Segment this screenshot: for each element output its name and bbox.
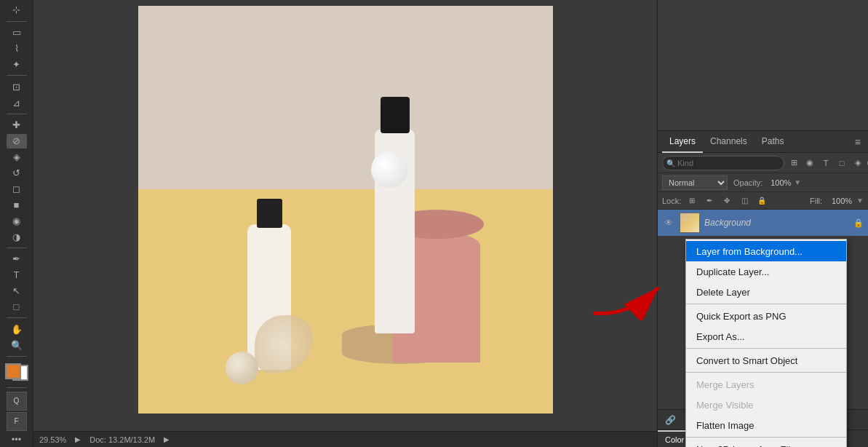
tool-separator-6 <box>7 356 27 357</box>
status-bar: 29.53% ▶ Doc: 13.2M/13.2M ▶ <box>33 431 657 447</box>
foreground-color-swatch[interactable] <box>5 363 21 379</box>
kind-filter-shape-icon[interactable]: □ <box>835 157 848 170</box>
ctx-duplicate-layer[interactable]: Duplicate Layer... <box>686 261 846 282</box>
tool-more[interactable]: ••• <box>7 432 27 447</box>
layer-name[interactable]: Background <box>704 218 849 228</box>
search-icon: 🔍 <box>666 159 675 167</box>
tool-separator-7 <box>7 387 27 388</box>
tab-channels[interactable]: Channels <box>703 131 754 153</box>
kind-filter-pixel-icon[interactable]: ⊞ <box>787 157 800 170</box>
glass-sphere <box>371 151 407 188</box>
tool-separator-4 <box>7 248 27 248</box>
ctx-separator-4 <box>686 437 846 438</box>
tool-shape[interactable]: □ <box>7 299 27 314</box>
ctx-separator-3 <box>686 372 846 373</box>
color-swatches[interactable] <box>5 363 28 381</box>
tool-gradient[interactable]: ■ <box>7 197 27 212</box>
tool-quick-mask[interactable]: Q <box>7 392 27 411</box>
tab-paths[interactable]: Paths <box>754 131 792 153</box>
canvas-container <box>33 0 657 431</box>
layers-lock-row: Lock: ⊞ ✒ ✥ ◫ 🔒 Fill: 100% ▼ <box>658 192 868 210</box>
ctx-layer-from-background[interactable]: Layer from Background... <box>686 241 846 261</box>
small-tools: Q F <box>7 392 27 431</box>
ctx-separator-1 <box>686 304 846 304</box>
tool-healing[interactable]: ✚ <box>7 118 27 132</box>
canvas-image <box>138 6 553 414</box>
tool-dodge[interactable]: ◑ <box>7 229 27 244</box>
blend-mode-select[interactable]: Normal <box>662 175 728 190</box>
tool-eyedropper[interactable]: ⊿ <box>7 95 27 110</box>
tool-lasso[interactable]: ⌇ <box>7 41 27 56</box>
status-arrow-icon: ▶ <box>75 435 81 443</box>
kind-filter-adjustment-icon[interactable]: ◉ <box>803 157 816 170</box>
ctx-quick-export-png[interactable]: Quick Export as PNG <box>686 306 846 326</box>
zoom-level: 29.53% <box>39 435 66 444</box>
context-menu: Layer from Background... Duplicate Layer… <box>685 239 847 447</box>
kind-search-input[interactable] <box>662 156 784 170</box>
ctx-separator-2 <box>686 348 846 349</box>
lock-artboard-icon[interactable]: ◫ <box>738 194 751 207</box>
opacity-value[interactable]: 100% <box>765 178 791 187</box>
tool-select-rect[interactable]: ▭ <box>7 25 27 40</box>
tool-screen-mode[interactable]: F <box>7 412 27 431</box>
tool-hand[interactable]: ✋ <box>7 322 27 336</box>
panel-top-area <box>658 0 868 131</box>
ctx-flatten-image[interactable]: Flatten Image <box>686 415 846 435</box>
fill-arrow-icon: ▼ <box>856 197 864 205</box>
tool-separator-2 <box>7 75 27 76</box>
tool-zoom[interactable]: 🔍 <box>7 338 27 352</box>
lock-position-icon[interactable]: ✥ <box>720 194 733 207</box>
tool-separator-5 <box>7 317 27 318</box>
layer-thumb-image <box>680 213 699 232</box>
status-arrow2-icon: ▶ <box>164 435 170 443</box>
lock-label: Lock: <box>662 197 681 205</box>
tool-text[interactable]: T <box>7 268 27 282</box>
layer-thumbnail <box>680 213 700 233</box>
tool-eraser[interactable]: ◻ <box>7 181 27 196</box>
kind-filter-type-icon[interactable]: T <box>819 157 832 170</box>
lock-image-icon[interactable]: ✒ <box>703 194 716 207</box>
ctx-merge-layers: Merge Layers <box>686 374 846 395</box>
doc-size: Doc: 13.2M/13.2M <box>89 435 155 444</box>
bg-table <box>138 189 553 414</box>
tool-separator-1 <box>7 21 27 22</box>
tool-blur[interactable]: ◉ <box>7 213 27 228</box>
lock-all-icon[interactable]: 🔒 <box>755 194 768 207</box>
tool-history-brush[interactable]: ↺ <box>7 165 27 180</box>
fill-label: Fill: <box>810 197 822 205</box>
layers-tabs: Layers Channels Paths ≡ <box>658 131 868 153</box>
ctx-export-as[interactable]: Export As... <box>686 326 846 347</box>
ctx-delete-layer[interactable]: Delete Layer <box>686 282 846 302</box>
layer-link-icon[interactable]: 🔗 <box>662 412 678 428</box>
small-spray-bottle-cap <box>257 199 282 228</box>
layer-visibility-icon[interactable]: 👁 <box>662 216 675 229</box>
ctx-merge-visible: Merge Visible <box>686 395 846 415</box>
kind-filter-icons: ⊞ ◉ T □ ◈ <box>787 157 868 170</box>
kind-filter-smartobj-icon[interactable]: ◈ <box>851 157 864 170</box>
lock-transparent-icon[interactable]: ⊞ <box>685 194 698 207</box>
fill-value[interactable]: 100% <box>827 197 852 205</box>
tool-crop[interactable]: ⊡ <box>7 79 27 94</box>
layer-lock-icon: 🔒 <box>853 218 864 228</box>
tool-clone-stamp[interactable]: ◈ <box>7 150 27 165</box>
tool-move[interactable]: ⊹ <box>7 3 27 17</box>
kind-search-wrap: 🔍 <box>662 156 784 170</box>
tool-brush[interactable]: ⊘ <box>7 134 27 149</box>
layers-panel-menu-icon[interactable]: ≡ <box>852 136 864 148</box>
ctx-convert-smart-object[interactable]: Convert to Smart Object <box>686 350 846 371</box>
small-sphere <box>226 352 258 384</box>
layers-blend-row: Normal Opacity: 100% ▼ <box>658 173 868 192</box>
white-bottle-cap <box>381 97 410 133</box>
tool-path-select[interactable]: ↖ <box>7 284 27 298</box>
tool-pen[interactable]: ✒ <box>7 252 27 266</box>
tab-layers[interactable]: Layers <box>662 131 703 153</box>
bg-wall <box>138 6 553 210</box>
layer-row-background[interactable]: 👁 Background 🔒 <box>658 210 868 236</box>
tool-quick-select[interactable]: ✦ <box>7 57 27 71</box>
tool-separator-3 <box>7 114 27 114</box>
ctx-new-3d-layer[interactable]: New 3D Layer from File... <box>686 439 846 447</box>
main-area: 29.53% ▶ Doc: 13.2M/13.2M ▶ <box>33 0 657 447</box>
opacity-label: Opacity: <box>733 178 763 187</box>
layers-kind-row: 🔍 ⊞ ◉ T □ ◈ <box>658 153 868 173</box>
opacity-arrow-icon: ▼ <box>794 178 801 186</box>
